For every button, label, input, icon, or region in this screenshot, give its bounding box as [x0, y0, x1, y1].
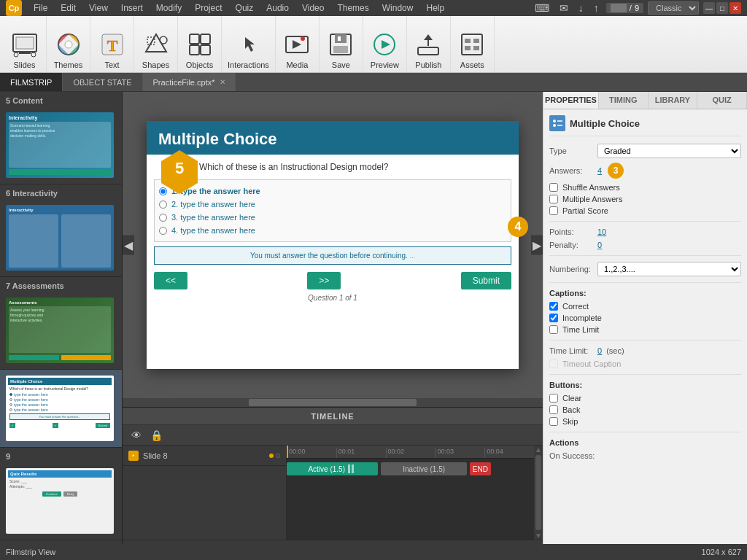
tab-filmstrip[interactable]: FILMSTRIP	[0, 73, 63, 91]
tl-mark-1: 00:01	[336, 448, 386, 458]
answer-radio-2[interactable]	[159, 201, 167, 209]
badge-5: 5	[161, 150, 198, 196]
timeline-lock-icon[interactable]: 🔒	[147, 428, 166, 443]
filmstrip-slide-8[interactable]: Multiple Choice Which of these is an Ins…	[0, 370, 122, 448]
timeline-vscrollbar[interactable]: ▲ ▼	[534, 446, 543, 540]
scroll-right-arrow[interactable]: ▶	[531, 236, 543, 255]
props-tab-quiz[interactable]: QUIZ	[697, 92, 747, 109]
ribbon-media[interactable]: Media	[276, 16, 320, 72]
tab-object-state[interactable]: OBJECT STATE	[63, 73, 142, 91]
svg-point-4	[14, 52, 18, 57]
minimize-button[interactable]: —	[703, 2, 715, 14]
timeline-track: 00:00 00:01 00:02 00:03 00:04 Active (1.…	[287, 446, 534, 540]
clear-btn-checkbox[interactable]	[549, 394, 558, 402]
slide-number-input[interactable]: 8	[611, 4, 627, 12]
props-time-limit-unit: (sec)	[606, 346, 650, 355]
slides-label: Slides	[14, 61, 36, 69]
menu-modify[interactable]: Modify	[150, 1, 187, 15]
prev-button[interactable]: <<	[154, 272, 187, 289]
canvas-area: ◀ Multiple Choice 5 Which of these is an…	[123, 92, 543, 560]
filmstrip-slide-7[interactable]: Assessments Assess your learningthrough …	[0, 292, 122, 370]
answer-row-2[interactable]: 2. type the answer here	[159, 198, 506, 211]
props-time-limit-value[interactable]: 0	[597, 346, 602, 355]
props-answers-value[interactable]: 4	[597, 166, 602, 175]
upload-icon[interactable]: ↑	[591, 1, 602, 15]
ribbon-publish[interactable]: Publish	[407, 16, 451, 72]
answer-radio-3[interactable]	[159, 214, 167, 222]
props-type-select[interactable]: Graded	[597, 144, 741, 158]
ribbon-text[interactable]: T T Text	[90, 16, 134, 72]
divider-5	[549, 374, 741, 375]
ribbon-save[interactable]: Save	[320, 16, 363, 72]
props-tab-properties[interactable]: PROPERTIES	[543, 92, 599, 109]
answer-radio-4[interactable]	[159, 227, 167, 235]
ribbon-interactions[interactable]: Interactions	[222, 16, 276, 72]
menu-window[interactable]: Window	[376, 1, 419, 15]
props-tab-timing[interactable]: TIMING	[599, 92, 649, 109]
divider-1	[549, 221, 741, 222]
timeline-body: ▪ Slide 8 00:00 00:01	[123, 446, 543, 540]
incomplete-caption-checkbox[interactable]	[549, 314, 558, 322]
props-penalty-row: Penalty: 0	[549, 241, 741, 249]
tab-close-button[interactable]: ✕	[220, 78, 225, 86]
props-tab-library[interactable]: LIBRARY	[649, 92, 698, 109]
filmstrip-slide-9[interactable]: Quiz Results Score: ___ Attempts: ___ Co…	[0, 462, 122, 540]
section-7-label: 7 Assessments	[0, 277, 122, 292]
next-button[interactable]: >>	[307, 272, 341, 289]
back-btn-checkbox[interactable]	[549, 405, 558, 414]
close-button[interactable]: ✕	[729, 2, 741, 14]
answer-row-3[interactable]: 3. type the answer here	[159, 211, 506, 224]
menu-project[interactable]: Project	[189, 1, 228, 15]
time-limit-caption-checkbox[interactable]	[549, 325, 558, 334]
props-points-value[interactable]: 10	[597, 228, 606, 236]
ribbon-objects[interactable]: Objects	[178, 16, 222, 72]
menu-audio[interactable]: Audio	[260, 1, 295, 15]
ribbon-shapes[interactable]: Shapes	[134, 16, 178, 72]
menu-view[interactable]: View	[83, 1, 114, 15]
partial-score-checkbox[interactable]	[549, 206, 558, 215]
ribbon-assets[interactable]: Assets	[451, 16, 495, 72]
tab-file[interactable]: PracticeFile.cptx* ✕	[143, 73, 236, 91]
correct-caption-checkbox[interactable]	[549, 302, 558, 311]
interactions-label: Interactions	[228, 61, 269, 69]
ribbon-slides[interactable]: Slides	[3, 16, 47, 72]
timeline-playhead[interactable]	[287, 446, 288, 458]
download-icon[interactable]: ↓	[576, 1, 587, 15]
menu-file[interactable]: File	[28, 1, 53, 15]
ribbon-themes[interactable]: Themes	[47, 16, 90, 72]
scroll-left-arrow[interactable]: ◀	[123, 236, 134, 255]
submit-button[interactable]: Submit	[461, 272, 511, 289]
answer-text-2: 2. type the answer here	[171, 200, 255, 209]
menu-video[interactable]: Video	[296, 1, 330, 15]
divider-2	[549, 255, 741, 256]
maximize-button[interactable]: □	[716, 2, 728, 14]
canvas-scrollbar[interactable]	[123, 398, 543, 407]
ribbon-preview[interactable]: Preview	[363, 16, 407, 72]
email-icon[interactable]: ✉	[557, 1, 571, 15]
slide-question: Which of these is an Instructional Desig…	[187, 155, 519, 176]
answer-row-4[interactable]: 4. type the answer here	[159, 224, 506, 237]
slide-thumb-9: Quiz Results Score: ___ Attempts: ___ Co…	[6, 468, 114, 534]
shuffle-answers-label: Shuffle Answers	[562, 183, 620, 192]
menu-themes[interactable]: Themes	[331, 1, 374, 15]
multiple-answers-checkbox[interactable]	[549, 195, 558, 203]
keyboard-icon[interactable]: ⌨	[532, 1, 552, 15]
timeline-eye-icon[interactable]: 👁	[128, 428, 144, 443]
view-dropdown[interactable]: Classic	[648, 1, 699, 15]
menu-insert[interactable]: Insert	[115, 1, 149, 15]
shuffle-answers-checkbox[interactable]	[549, 183, 558, 192]
props-type-label: Type	[549, 147, 593, 155]
props-numbering-select[interactable]: 1.,2.,3....	[597, 262, 741, 276]
menu-edit[interactable]: Edit	[55, 1, 82, 15]
props-penalty-value[interactable]: 0	[597, 241, 602, 249]
props-time-limit-label: Time Limit:	[549, 346, 593, 355]
menu-quiz[interactable]: Quiz	[230, 1, 260, 15]
save-icon	[328, 30, 354, 59]
filmstrip-slide-6[interactable]: Interactivity	[0, 199, 122, 277]
menu-help[interactable]: Help	[420, 1, 450, 15]
filmstrip-slide-5[interactable]: Interactivity Scenario-based learningena…	[0, 106, 122, 184]
answer-row-1[interactable]: 1. type the answer here	[159, 184, 506, 198]
canvas-scrollbar-thumb[interactable]	[249, 399, 417, 406]
skip-btn-checkbox[interactable]	[549, 417, 558, 426]
interactions-icon	[235, 30, 261, 59]
